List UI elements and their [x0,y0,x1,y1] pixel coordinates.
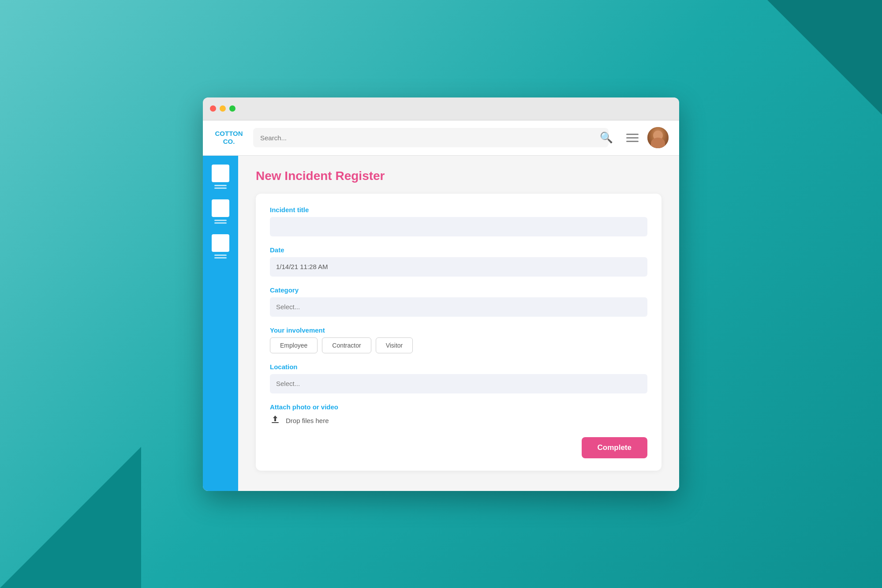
sidebar-lines-1 [214,185,227,189]
involvement-employee[interactable]: Employee [270,337,318,353]
incident-title-group: Incident title [270,206,647,236]
form-card: Incident title Date Category Select... [256,194,662,471]
page-title: New Incident Register [256,169,662,183]
sidebar-lines-2 [214,220,227,224]
attach-group: Attach photo or video Drop files here [270,403,647,427]
category-select[interactable]: Select... [270,297,647,317]
location-group: Location Select... [270,363,647,393]
maximize-button[interactable] [229,105,235,112]
search-icon[interactable]: 🔍 [600,131,613,144]
involvement-label: Your involvement [270,326,647,334]
involvement-buttons: Employee Contractor Visitor [270,337,647,353]
content-area: New Incident Register Incident title Dat… [238,156,679,491]
category-group: Category Select... [270,286,647,317]
date-group: Date [270,246,647,277]
logo: COTTON CO. [213,130,244,146]
complete-button[interactable]: Complete [582,437,647,458]
close-button[interactable] [210,105,216,112]
category-label: Category [270,286,647,294]
location-select[interactable]: Select... [270,374,647,393]
drop-files-text: Drop files here [286,417,329,424]
location-label: Location [270,363,647,371]
minimize-button[interactable] [220,105,226,112]
involvement-contractor[interactable]: Contractor [322,337,371,353]
sidebar-item-dashboard[interactable] [212,165,229,189]
title-bar [203,97,679,120]
traffic-lights [210,105,235,112]
incident-title-input[interactable] [270,217,647,236]
incident-title-label: Incident title [270,206,647,213]
date-label: Date [270,246,647,254]
attach-label: Attach photo or video [270,403,647,411]
sidebar-icon-box-1 [212,165,229,182]
avatar-image [647,127,669,148]
avatar[interactable] [647,127,669,148]
browser-window: COTTON CO. 🔍 [203,97,679,491]
involvement-group: Your involvement Employee Contractor Vis… [270,326,647,353]
attach-section: Drop files here [270,414,647,427]
hamburger-menu[interactable] [626,134,639,142]
involvement-visitor[interactable]: Visitor [376,337,413,353]
sidebar [203,156,238,491]
search-input[interactable] [253,128,609,147]
upload-icon [270,414,280,427]
svg-rect-0 [272,422,279,423]
header: COTTON CO. 🔍 [203,120,679,156]
main-layout: New Incident Register Incident title Dat… [203,156,679,491]
date-input[interactable] [270,257,647,277]
sidebar-item-list[interactable] [212,199,229,224]
header-right [626,127,669,148]
sidebar-icon-box-3 [212,234,229,252]
sidebar-item-settings[interactable] [212,234,229,258]
form-footer: Complete [270,437,647,458]
sidebar-lines-3 [214,255,227,258]
sidebar-icon-box-2 [212,199,229,217]
